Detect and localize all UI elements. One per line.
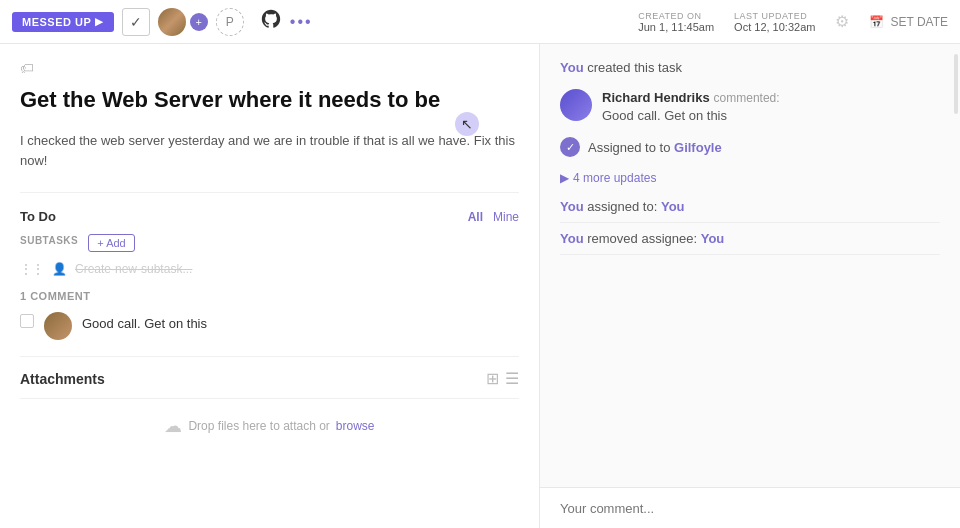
tag-row: 🏷 xyxy=(20,60,519,76)
subtask-input[interactable]: Create-new-subtask... xyxy=(75,262,192,276)
cursor-dot: ↖ xyxy=(461,116,473,132)
updated-value: Oct 12, 10:32am xyxy=(734,21,815,33)
avatar-group: + xyxy=(158,8,208,36)
assigned-to-text: assigned to: xyxy=(587,199,661,214)
grid-view-icon[interactable]: ⊞ xyxy=(486,369,499,388)
updated-label: LAST UPDATED xyxy=(734,11,815,21)
top-bar-right: CREATED ON Jun 1, 11:45am LAST UPDATED O… xyxy=(638,11,948,33)
browse-link[interactable]: browse xyxy=(336,419,375,433)
right-panel: You created this task Richard Hendriks c… xyxy=(540,44,960,528)
set-date-button[interactable]: 📅 SET DATE xyxy=(869,15,948,29)
attachments-title: Attachments xyxy=(20,371,105,387)
subtask-input-row: ⋮⋮ 👤 Create-new-subtask... xyxy=(20,262,519,276)
last-updated: LAST UPDATED Oct 12, 10:32am xyxy=(734,11,815,33)
left-panel: ↖ 🏷 Get the Web Server where it needs to… xyxy=(0,44,540,528)
section-divider xyxy=(20,192,519,193)
comment-row: Good call. Get on this xyxy=(20,312,519,340)
subtask-drag-icon: ⋮⋮ xyxy=(20,262,44,276)
drop-zone: ☁ Drop files here to attach or browse xyxy=(20,398,519,453)
removed-you: You xyxy=(701,231,725,246)
comment-checkbox[interactable] xyxy=(20,314,34,328)
project-icon: P xyxy=(226,15,234,29)
subtasks-row: SUBTASKS + Add xyxy=(20,234,519,252)
status-arrow: ▶ xyxy=(95,16,104,27)
add-assignee-button[interactable]: + xyxy=(190,13,208,31)
created-label: CREATED ON xyxy=(638,11,714,21)
todo-title: To Do xyxy=(20,209,56,224)
you-label: You xyxy=(560,60,584,75)
main-layout: ↖ 🏷 Get the Web Server where it needs to… xyxy=(0,44,960,528)
created-value: Jun 1, 11:45am xyxy=(638,21,714,33)
filter-all[interactable]: All xyxy=(468,210,483,224)
commenter-right-avatar xyxy=(560,89,592,121)
removed-assignee-row: You removed assignee: You xyxy=(560,231,940,255)
comment-text: Good call. Get on this xyxy=(82,312,207,331)
comment-block: Richard Hendriks commented: Good call. G… xyxy=(560,89,940,123)
task-description: I checked the web server yesterday and w… xyxy=(20,131,519,173)
task-title: Get the Web Server where it needs to be xyxy=(20,86,519,115)
assigned-to-you: You xyxy=(661,199,685,214)
project-badge[interactable]: P xyxy=(216,8,244,36)
settings-icon[interactable]: ⚙ xyxy=(835,12,849,31)
status-label: MESSED UP xyxy=(22,16,91,28)
commenter-avatar xyxy=(44,312,72,340)
subtask-avatar-icon: 👤 xyxy=(52,262,67,276)
cursor-indicator: ↖ xyxy=(455,112,479,136)
calendar-icon: 📅 xyxy=(869,15,884,29)
comment-input-area xyxy=(540,487,960,528)
avatar[interactable] xyxy=(158,8,186,36)
right-comment-text: Good call. Get on this xyxy=(602,108,940,123)
more-updates-button[interactable]: ▶ 4 more updates xyxy=(560,171,940,185)
attachments-header: Attachments ⊞ ☰ xyxy=(20,356,519,388)
add-subtask-button[interactable]: + Add xyxy=(88,234,134,252)
more-updates-label: 4 more updates xyxy=(573,171,656,185)
comment-content: Richard Hendriks commented: Good call. G… xyxy=(602,89,940,123)
tag-icon: 🏷 xyxy=(20,60,34,76)
view-icons: ⊞ ☰ xyxy=(486,369,519,388)
github-icon[interactable] xyxy=(260,8,282,35)
subtasks-label: SUBTASKS xyxy=(20,235,78,246)
drop-text: Drop files here to attach or xyxy=(188,419,329,433)
list-view-icon[interactable]: ☰ xyxy=(505,369,519,388)
top-bar: MESSED UP ▶ ✓ + P ••• CREATED ON Jun 1, … xyxy=(0,0,960,44)
assigned-to-row: You assigned to: You xyxy=(560,199,940,223)
comment-count: 1 COMMENT xyxy=(20,290,519,302)
checkmark-icon: ✓ xyxy=(130,14,142,30)
filter-links: All Mine xyxy=(468,210,519,224)
todo-section-header: To Do All Mine xyxy=(20,209,519,224)
filter-mine[interactable]: Mine xyxy=(493,210,519,224)
assigned-row: ✓ Assigned to to Gilfoyle xyxy=(560,137,940,157)
created-task-label: created this task xyxy=(587,60,682,75)
commented-label: commented: xyxy=(714,91,780,105)
created-on: CREATED ON Jun 1, 11:45am xyxy=(638,11,714,33)
assigned-check-icon: ✓ xyxy=(560,137,580,157)
comment-input[interactable] xyxy=(560,501,940,516)
chevron-right-icon: ▶ xyxy=(560,171,569,185)
upload-icon: ☁ xyxy=(164,415,182,437)
assigned-text: Assigned to to Gilfoyle xyxy=(588,140,722,155)
removed-text: removed assignee: xyxy=(587,231,700,246)
scrollbar[interactable] xyxy=(954,54,958,114)
more-options-button[interactable]: ••• xyxy=(290,13,313,31)
assigned-user: Gilfoyle xyxy=(674,140,722,155)
set-date-label: SET DATE xyxy=(890,15,948,29)
status-badge[interactable]: MESSED UP ▶ xyxy=(12,12,114,32)
commenter-name: Richard Hendriks xyxy=(602,90,710,105)
you-removed-label: You xyxy=(560,231,584,246)
assigned-to-label: Assigned to xyxy=(588,140,656,155)
complete-button[interactable]: ✓ xyxy=(122,8,150,36)
you-assigned-label: You xyxy=(560,199,584,214)
activity-created: You created this task xyxy=(560,60,940,75)
